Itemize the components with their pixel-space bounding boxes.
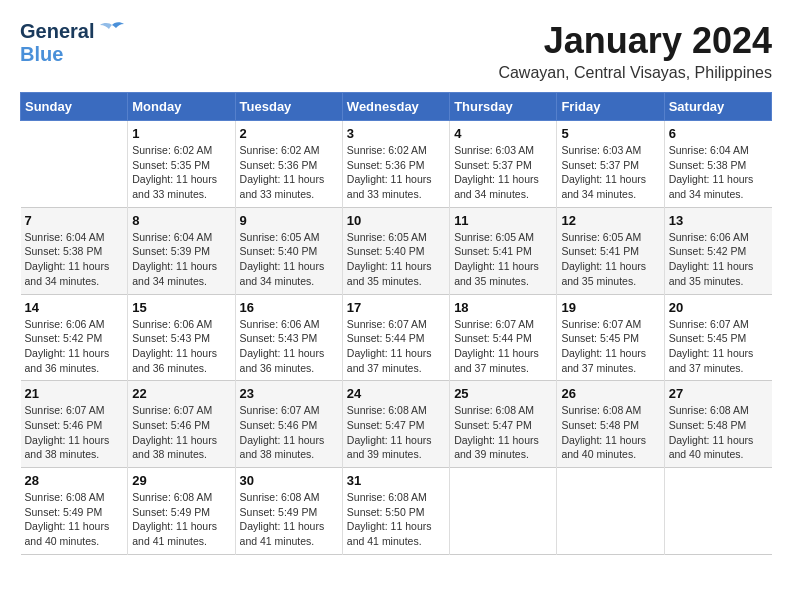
day-number: 16 (240, 300, 338, 315)
day-info: Sunrise: 6:08 AMSunset: 5:47 PMDaylight:… (347, 403, 445, 462)
calendar-cell: 22Sunrise: 6:07 AMSunset: 5:46 PMDayligh… (128, 381, 235, 468)
header-day-friday: Friday (557, 93, 664, 121)
day-number: 17 (347, 300, 445, 315)
day-number: 6 (669, 126, 768, 141)
week-row-5: 28Sunrise: 6:08 AMSunset: 5:49 PMDayligh… (21, 468, 772, 555)
day-number: 23 (240, 386, 338, 401)
day-info: Sunrise: 6:08 AMSunset: 5:48 PMDaylight:… (561, 403, 659, 462)
week-row-2: 7Sunrise: 6:04 AMSunset: 5:38 PMDaylight… (21, 207, 772, 294)
calendar-cell: 16Sunrise: 6:06 AMSunset: 5:43 PMDayligh… (235, 294, 342, 381)
day-info: Sunrise: 6:07 AMSunset: 5:44 PMDaylight:… (347, 317, 445, 376)
day-number: 3 (347, 126, 445, 141)
calendar-cell: 28Sunrise: 6:08 AMSunset: 5:49 PMDayligh… (21, 468, 128, 555)
logo-general-text: General (20, 20, 94, 43)
day-number: 31 (347, 473, 445, 488)
calendar-cell: 26Sunrise: 6:08 AMSunset: 5:48 PMDayligh… (557, 381, 664, 468)
logo: General Blue (20, 20, 126, 66)
calendar-cell (664, 468, 771, 555)
header-day-tuesday: Tuesday (235, 93, 342, 121)
day-number: 19 (561, 300, 659, 315)
day-info: Sunrise: 6:06 AMSunset: 5:42 PMDaylight:… (669, 230, 768, 289)
calendar-cell (21, 121, 128, 208)
week-row-4: 21Sunrise: 6:07 AMSunset: 5:46 PMDayligh… (21, 381, 772, 468)
day-number: 1 (132, 126, 230, 141)
day-info: Sunrise: 6:04 AMSunset: 5:39 PMDaylight:… (132, 230, 230, 289)
calendar-cell: 3Sunrise: 6:02 AMSunset: 5:36 PMDaylight… (342, 121, 449, 208)
title-area: January 2024 Cawayan, Central Visayas, P… (498, 20, 772, 82)
day-number: 10 (347, 213, 445, 228)
day-number: 26 (561, 386, 659, 401)
day-number: 20 (669, 300, 768, 315)
header-day-thursday: Thursday (450, 93, 557, 121)
day-info: Sunrise: 6:07 AMSunset: 5:45 PMDaylight:… (669, 317, 768, 376)
calendar-cell: 24Sunrise: 6:08 AMSunset: 5:47 PMDayligh… (342, 381, 449, 468)
day-info: Sunrise: 6:04 AMSunset: 5:38 PMDaylight:… (669, 143, 768, 202)
header-day-wednesday: Wednesday (342, 93, 449, 121)
header-day-saturday: Saturday (664, 93, 771, 121)
calendar-cell: 7Sunrise: 6:04 AMSunset: 5:38 PMDaylight… (21, 207, 128, 294)
day-info: Sunrise: 6:02 AMSunset: 5:35 PMDaylight:… (132, 143, 230, 202)
calendar-cell: 4Sunrise: 6:03 AMSunset: 5:37 PMDaylight… (450, 121, 557, 208)
day-info: Sunrise: 6:07 AMSunset: 5:45 PMDaylight:… (561, 317, 659, 376)
calendar-cell: 27Sunrise: 6:08 AMSunset: 5:48 PMDayligh… (664, 381, 771, 468)
calendar-cell: 30Sunrise: 6:08 AMSunset: 5:49 PMDayligh… (235, 468, 342, 555)
day-info: Sunrise: 6:02 AMSunset: 5:36 PMDaylight:… (240, 143, 338, 202)
day-number: 24 (347, 386, 445, 401)
day-info: Sunrise: 6:07 AMSunset: 5:46 PMDaylight:… (132, 403, 230, 462)
calendar-header-row: SundayMondayTuesdayWednesdayThursdayFrid… (21, 93, 772, 121)
day-number: 13 (669, 213, 768, 228)
day-info: Sunrise: 6:06 AMSunset: 5:42 PMDaylight:… (25, 317, 124, 376)
week-row-3: 14Sunrise: 6:06 AMSunset: 5:42 PMDayligh… (21, 294, 772, 381)
day-info: Sunrise: 6:05 AMSunset: 5:40 PMDaylight:… (347, 230, 445, 289)
day-info: Sunrise: 6:05 AMSunset: 5:41 PMDaylight:… (454, 230, 552, 289)
calendar-cell: 17Sunrise: 6:07 AMSunset: 5:44 PMDayligh… (342, 294, 449, 381)
calendar-cell: 1Sunrise: 6:02 AMSunset: 5:35 PMDaylight… (128, 121, 235, 208)
day-number: 18 (454, 300, 552, 315)
calendar-cell: 13Sunrise: 6:06 AMSunset: 5:42 PMDayligh… (664, 207, 771, 294)
calendar-cell (450, 468, 557, 555)
day-number: 22 (132, 386, 230, 401)
day-info: Sunrise: 6:08 AMSunset: 5:50 PMDaylight:… (347, 490, 445, 549)
day-info: Sunrise: 6:07 AMSunset: 5:44 PMDaylight:… (454, 317, 552, 376)
day-number: 25 (454, 386, 552, 401)
day-info: Sunrise: 6:08 AMSunset: 5:49 PMDaylight:… (240, 490, 338, 549)
calendar-cell: 29Sunrise: 6:08 AMSunset: 5:49 PMDayligh… (128, 468, 235, 555)
day-info: Sunrise: 6:03 AMSunset: 5:37 PMDaylight:… (454, 143, 552, 202)
header-day-sunday: Sunday (21, 93, 128, 121)
month-title: January 2024 (498, 20, 772, 62)
calendar-cell: 18Sunrise: 6:07 AMSunset: 5:44 PMDayligh… (450, 294, 557, 381)
calendar-cell: 2Sunrise: 6:02 AMSunset: 5:36 PMDaylight… (235, 121, 342, 208)
calendar-cell: 6Sunrise: 6:04 AMSunset: 5:38 PMDaylight… (664, 121, 771, 208)
header-day-monday: Monday (128, 93, 235, 121)
calendar-cell: 14Sunrise: 6:06 AMSunset: 5:42 PMDayligh… (21, 294, 128, 381)
day-info: Sunrise: 6:07 AMSunset: 5:46 PMDaylight:… (25, 403, 124, 462)
day-number: 27 (669, 386, 768, 401)
logo-blue-text: Blue (20, 43, 63, 66)
day-number: 21 (25, 386, 124, 401)
day-number: 8 (132, 213, 230, 228)
day-number: 11 (454, 213, 552, 228)
day-number: 30 (240, 473, 338, 488)
calendar-cell: 5Sunrise: 6:03 AMSunset: 5:37 PMDaylight… (557, 121, 664, 208)
day-info: Sunrise: 6:03 AMSunset: 5:37 PMDaylight:… (561, 143, 659, 202)
day-info: Sunrise: 6:08 AMSunset: 5:48 PMDaylight:… (669, 403, 768, 462)
location-title: Cawayan, Central Visayas, Philippines (498, 64, 772, 82)
day-info: Sunrise: 6:08 AMSunset: 5:47 PMDaylight:… (454, 403, 552, 462)
calendar-table: SundayMondayTuesdayWednesdayThursdayFrid… (20, 92, 772, 555)
day-number: 12 (561, 213, 659, 228)
day-number: 15 (132, 300, 230, 315)
calendar-cell: 25Sunrise: 6:08 AMSunset: 5:47 PMDayligh… (450, 381, 557, 468)
day-info: Sunrise: 6:07 AMSunset: 5:46 PMDaylight:… (240, 403, 338, 462)
calendar-cell: 21Sunrise: 6:07 AMSunset: 5:46 PMDayligh… (21, 381, 128, 468)
calendar-cell: 11Sunrise: 6:05 AMSunset: 5:41 PMDayligh… (450, 207, 557, 294)
day-number: 4 (454, 126, 552, 141)
calendar-cell: 8Sunrise: 6:04 AMSunset: 5:39 PMDaylight… (128, 207, 235, 294)
day-info: Sunrise: 6:06 AMSunset: 5:43 PMDaylight:… (240, 317, 338, 376)
day-number: 5 (561, 126, 659, 141)
calendar-cell (557, 468, 664, 555)
calendar-cell: 10Sunrise: 6:05 AMSunset: 5:40 PMDayligh… (342, 207, 449, 294)
calendar-cell: 19Sunrise: 6:07 AMSunset: 5:45 PMDayligh… (557, 294, 664, 381)
day-number: 29 (132, 473, 230, 488)
calendar-cell: 20Sunrise: 6:07 AMSunset: 5:45 PMDayligh… (664, 294, 771, 381)
day-number: 7 (25, 213, 124, 228)
